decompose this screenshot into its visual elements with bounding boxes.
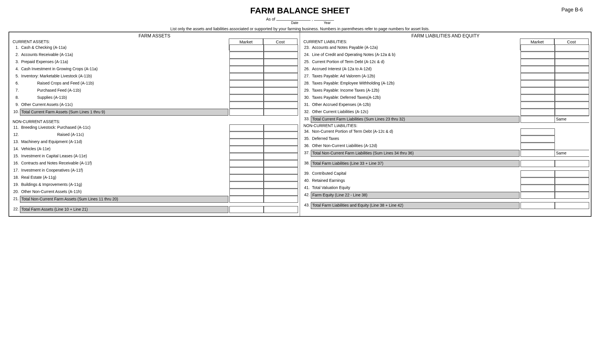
market-value-cell[interactable] <box>521 128 555 135</box>
cost-value-cell[interactable] <box>264 146 298 153</box>
cost-value-cell[interactable] <box>264 182 298 188</box>
line-label: Other Current Liabilities (A-12c) <box>311 109 521 116</box>
market-value-cell[interactable] <box>521 116 555 123</box>
market-value-cell[interactable] <box>521 202 555 209</box>
market-value-cell[interactable] <box>521 150 555 157</box>
cost-value-cell[interactable] <box>264 124 298 131</box>
market-value-cell[interactable] <box>229 196 264 203</box>
market-value-cell[interactable] <box>229 66 264 73</box>
asof-date-blank[interactable] <box>276 17 311 21</box>
market-value-cell[interactable] <box>229 160 264 167</box>
line-number: 20. <box>11 189 20 196</box>
cost-value-cell[interactable] <box>555 202 589 209</box>
market-value-cell[interactable] <box>521 52 555 59</box>
market-value-cell[interactable] <box>521 66 555 73</box>
market-value-cell[interactable] <box>229 167 264 174</box>
cost-value-cell[interactable] <box>555 178 589 184</box>
cost-value-cell[interactable] <box>555 94 589 101</box>
line-label: Other Non-Current Liabilities (A-12d) <box>311 143 521 150</box>
cost-value-cell[interactable] <box>264 94 298 101</box>
market-value-cell[interactable] <box>521 170 555 177</box>
cost-value-cell[interactable] <box>264 59 298 66</box>
cost-value-cell[interactable] <box>264 52 298 59</box>
cost-value-cell[interactable] <box>264 153 298 160</box>
market-value-cell[interactable] <box>229 59 264 66</box>
market-value-cell[interactable] <box>229 132 264 138</box>
market-value-cell[interactable] <box>521 87 555 94</box>
market-value-cell[interactable] <box>229 139 264 146</box>
market-value-cell[interactable] <box>229 102 264 108</box>
line-number: 2. <box>11 52 20 59</box>
cost-value-cell[interactable] <box>264 87 298 94</box>
cost-value-cell[interactable] <box>555 73 589 80</box>
cost-value-cell[interactable] <box>264 139 298 146</box>
market-value-cell[interactable] <box>521 102 555 108</box>
cost-value-cell[interactable] <box>555 66 589 73</box>
cost-value-cell[interactable] <box>555 185 589 192</box>
cost-value-cell[interactable] <box>264 174 298 181</box>
cost-value-cell[interactable] <box>555 59 589 66</box>
market-value-cell[interactable] <box>229 87 264 94</box>
cost-value-cell[interactable] <box>264 206 298 213</box>
cost-value-cell[interactable] <box>264 196 298 203</box>
market-value-cell[interactable] <box>521 136 555 142</box>
market-value-cell[interactable] <box>229 109 264 116</box>
cost-value-cell[interactable] <box>264 109 298 116</box>
asof-year-blank[interactable] <box>314 17 334 21</box>
cost-value-cell[interactable] <box>555 109 589 116</box>
line-number: 41. <box>302 185 311 192</box>
cost-value-cell[interactable]: Same <box>555 116 589 123</box>
cost-value-cell[interactable] <box>555 87 589 94</box>
market-value-cell[interactable] <box>229 80 264 87</box>
cost-value-cell[interactable] <box>555 45 589 51</box>
line-row: 35.Deferred Taxes <box>302 136 589 142</box>
cost-value-cell[interactable] <box>264 80 298 87</box>
market-value-cell[interactable] <box>521 94 555 101</box>
cost-value-cell[interactable] <box>555 102 589 108</box>
market-value-cell[interactable] <box>229 45 264 51</box>
market-value-cell[interactable] <box>521 73 555 80</box>
market-value-cell[interactable] <box>229 124 264 131</box>
line-label: Real Estate (A-11g) <box>20 174 229 181</box>
line-number: 26. <box>302 66 311 73</box>
cost-value-cell[interactable] <box>555 192 589 199</box>
line-number: 9. <box>11 102 20 108</box>
market-value-cell[interactable] <box>229 94 264 101</box>
cost-value-cell[interactable] <box>264 167 298 174</box>
noncurrent-liabilities-header: NON-CURRENT LIABILITIES: <box>303 123 589 128</box>
cost-value-cell[interactable] <box>555 160 589 167</box>
market-value-cell[interactable] <box>229 73 264 80</box>
cost-value-cell[interactable] <box>264 73 298 80</box>
line-number: 22. <box>11 206 20 213</box>
cost-value-cell[interactable] <box>555 80 589 87</box>
market-value-cell[interactable] <box>521 59 555 66</box>
market-value-cell[interactable] <box>229 174 264 181</box>
market-value-cell[interactable] <box>521 143 555 150</box>
market-value-cell[interactable] <box>521 80 555 87</box>
market-value-cell[interactable] <box>521 45 555 51</box>
cost-value-cell[interactable] <box>264 102 298 108</box>
line-label: Retained Earnings <box>311 178 521 184</box>
cost-value-cell[interactable] <box>264 160 298 167</box>
line-label: Total Non-Current Farm Liabilities (Sum … <box>311 150 519 157</box>
market-value-cell[interactable] <box>229 182 264 188</box>
market-value-cell[interactable] <box>521 109 555 116</box>
market-value-cell[interactable] <box>229 206 264 213</box>
cost-value-cell[interactable] <box>264 189 298 196</box>
market-value-cell[interactable] <box>521 160 555 167</box>
cost-value-cell[interactable] <box>264 66 298 73</box>
market-value-cell[interactable] <box>521 192 555 199</box>
cost-value-cell[interactable]: Same <box>555 150 589 157</box>
market-value-cell[interactable] <box>521 185 555 192</box>
market-value-cell[interactable] <box>229 52 264 59</box>
market-value-cell[interactable] <box>229 153 264 160</box>
cost-value-cell[interactable] <box>555 170 589 177</box>
cost-value-cell[interactable] <box>264 132 298 138</box>
market-value-cell[interactable] <box>229 146 264 153</box>
market-value-cell[interactable] <box>521 178 555 184</box>
line-label: Investment in Cooperatives (A-11f) <box>20 167 229 174</box>
cost-value-cell[interactable] <box>555 52 589 59</box>
line-row: 15.Investment in Capital Leases (A-11e) <box>11 153 298 160</box>
cost-value-cell[interactable] <box>264 45 298 51</box>
market-value-cell[interactable] <box>229 189 264 196</box>
